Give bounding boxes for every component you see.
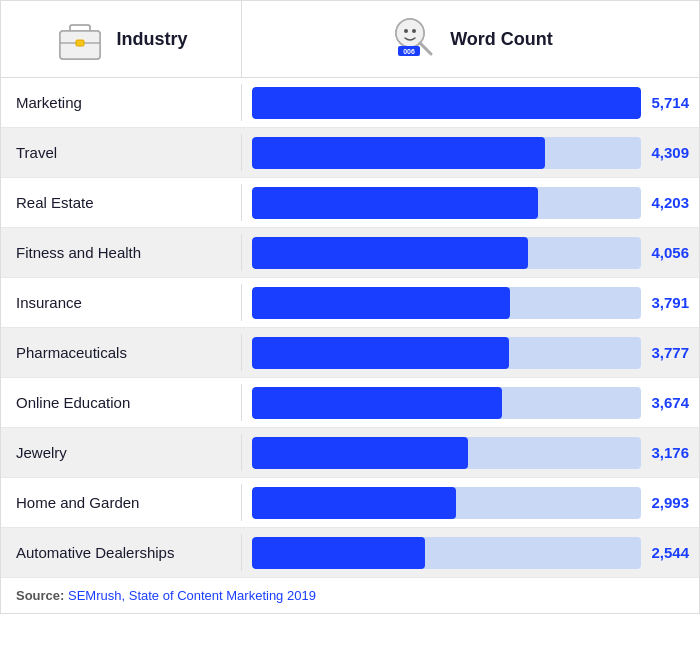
bar-cell: 4,203 bbox=[242, 179, 699, 227]
bar-cell: 3,791 bbox=[242, 279, 699, 327]
table-row: Online Education 3,674 bbox=[1, 378, 699, 428]
bar-wrapper bbox=[252, 487, 641, 519]
bar-cell: 3,176 bbox=[242, 429, 699, 477]
wordcount-header: 006 Word Count bbox=[242, 1, 699, 77]
table-row: Pharmaceuticals 3,777 bbox=[1, 328, 699, 378]
briefcase-icon bbox=[54, 13, 106, 65]
svg-line-9 bbox=[420, 43, 431, 54]
bar-wrapper bbox=[252, 387, 641, 419]
bar-value: 4,203 bbox=[649, 194, 689, 211]
industry-cell: Jewelry bbox=[1, 434, 242, 471]
bar-fill bbox=[252, 437, 468, 469]
bar-cell: 2,993 bbox=[242, 479, 699, 527]
chart-container: Industry 006 Word Count Marketing bbox=[0, 0, 700, 614]
bar-wrapper bbox=[252, 437, 641, 469]
bar-fill bbox=[252, 187, 538, 219]
table-row: Marketing 5,714 bbox=[1, 78, 699, 128]
table-row: Travel 4,309 bbox=[1, 128, 699, 178]
bar-cell: 2,544 bbox=[242, 529, 699, 577]
table-row: Insurance 3,791 bbox=[1, 278, 699, 328]
industry-header: Industry bbox=[1, 1, 242, 77]
bar-wrapper bbox=[252, 187, 641, 219]
rows-wrapper: Marketing 5,714 Travel 4,309 Real Estate bbox=[1, 78, 699, 578]
bar-wrapper bbox=[252, 137, 641, 169]
bar-wrapper bbox=[252, 287, 641, 319]
industry-cell: Automative Dealerships bbox=[1, 534, 242, 571]
bar-value: 4,056 bbox=[649, 244, 689, 261]
table-row: Home and Garden 2,993 bbox=[1, 478, 699, 528]
bar-cell: 3,674 bbox=[242, 379, 699, 427]
footer-source-label: Source: SEMrush, State of Content Market… bbox=[16, 588, 316, 603]
industry-header-label: Industry bbox=[116, 29, 187, 50]
table-row: Jewelry 3,176 bbox=[1, 428, 699, 478]
table-row: Real Estate 4,203 bbox=[1, 178, 699, 228]
bar-wrapper bbox=[252, 537, 641, 569]
industry-cell: Fitness and Health bbox=[1, 234, 242, 271]
svg-point-7 bbox=[404, 29, 408, 33]
industry-cell: Home and Garden bbox=[1, 484, 242, 521]
bar-value: 3,791 bbox=[649, 294, 689, 311]
footer: Source: SEMrush, State of Content Market… bbox=[1, 578, 699, 613]
industry-cell: Online Education bbox=[1, 384, 242, 421]
bar-fill bbox=[252, 237, 528, 269]
wordcount-header-label: Word Count bbox=[450, 29, 553, 50]
bar-fill bbox=[252, 537, 425, 569]
bar-cell: 3,777 bbox=[242, 329, 699, 377]
industry-cell: Pharmaceuticals bbox=[1, 334, 242, 371]
bar-cell: 4,056 bbox=[242, 229, 699, 277]
table-row: Automative Dealerships 2,544 bbox=[1, 528, 699, 578]
bar-cell: 4,309 bbox=[242, 129, 699, 177]
industry-cell: Marketing bbox=[1, 84, 242, 121]
bar-cell: 5,714 bbox=[242, 79, 699, 127]
header-row: Industry 006 Word Count bbox=[1, 1, 699, 78]
bar-fill bbox=[252, 137, 545, 169]
wordcount-icon: 006 bbox=[388, 13, 440, 65]
svg-rect-4 bbox=[76, 40, 84, 46]
svg-text:006: 006 bbox=[403, 48, 415, 55]
bar-wrapper bbox=[252, 87, 641, 119]
bar-value: 3,777 bbox=[649, 344, 689, 361]
bar-value: 2,993 bbox=[649, 494, 689, 511]
bar-value: 5,714 bbox=[649, 94, 689, 111]
bar-value: 3,674 bbox=[649, 394, 689, 411]
footer-source-link: SEMrush bbox=[68, 588, 121, 603]
bar-fill bbox=[252, 387, 502, 419]
bar-fill bbox=[252, 337, 509, 369]
svg-point-8 bbox=[412, 29, 416, 33]
industry-cell: Real Estate bbox=[1, 184, 242, 221]
footer-suffix: , State of Content Marketing 2019 bbox=[121, 588, 315, 603]
bar-wrapper bbox=[252, 337, 641, 369]
bar-fill bbox=[252, 87, 641, 119]
bar-fill bbox=[252, 287, 510, 319]
footer-prefix: Source: bbox=[16, 588, 68, 603]
bar-value: 3,176 bbox=[649, 444, 689, 461]
table-row: Fitness and Health 4,056 bbox=[1, 228, 699, 278]
bar-value: 2,544 bbox=[649, 544, 689, 561]
industry-cell: Travel bbox=[1, 134, 242, 171]
bar-fill bbox=[252, 487, 456, 519]
bar-value: 4,309 bbox=[649, 144, 689, 161]
industry-cell: Insurance bbox=[1, 284, 242, 321]
bar-wrapper bbox=[252, 237, 641, 269]
